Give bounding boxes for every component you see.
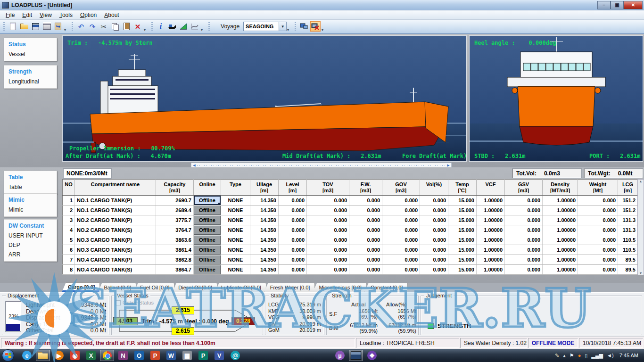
powerpoint-icon[interactable]: P bbox=[148, 350, 162, 361]
redo-button[interactable]: ↷ bbox=[87, 21, 98, 32]
media-player-icon[interactable]: ▶ bbox=[52, 350, 66, 361]
avast-icon[interactable]: ● bbox=[578, 353, 581, 358]
tab-fuel[interactable]: Fuel Oil [0.0] bbox=[134, 283, 174, 292]
table-row[interactable]: 5NO.3 CARGO TANK(P)3863.6OfflineNONE14.3… bbox=[63, 235, 638, 245]
tab-cargo[interactable]: Cargo [0.0] bbox=[62, 282, 100, 292]
menu-item-file[interactable]: File bbox=[2, 11, 18, 19]
volume-icon[interactable]: ◄) bbox=[607, 353, 614, 358]
online-toggle-button[interactable]: Offline bbox=[194, 206, 221, 215]
paste-button[interactable] bbox=[121, 21, 132, 32]
online-toggle-button[interactable]: Offline bbox=[194, 245, 221, 255]
ship-condition-button[interactable] bbox=[167, 21, 177, 32]
online-toggle-button[interactable]: Offline bbox=[194, 235, 221, 245]
column-header-online[interactable]: Online bbox=[194, 180, 221, 196]
column-header-density[interactable]: Density[MT/m3] bbox=[543, 180, 578, 196]
column-header-lcg[interactable]: LCG[m] bbox=[618, 180, 638, 196]
column-header-gov[interactable]: GOV[m3] bbox=[382, 180, 420, 196]
scroll-up-icon[interactable]: ▲ bbox=[639, 180, 643, 183]
save-button[interactable] bbox=[30, 21, 41, 32]
tab-constant[interactable]: Constant [0.0] bbox=[364, 283, 408, 292]
app-teal-icon[interactable]: @ bbox=[228, 350, 242, 361]
strength-chart-button[interactable] bbox=[178, 21, 189, 32]
exit-button[interactable]: ↪ bbox=[53, 21, 63, 32]
online-toggle-button[interactable]: Offline bbox=[194, 215, 221, 225]
table-row[interactable]: 1NO.1 CARGO TANK(P)2690.7OfflineNONE14.3… bbox=[63, 196, 638, 206]
app-purple-icon[interactable]: ❖ bbox=[365, 350, 379, 361]
tablet-input-icon[interactable]: ✎ bbox=[555, 353, 559, 358]
nav-item-arr[interactable]: ARR bbox=[4, 250, 57, 259]
table-row[interactable]: 2NO.1 CARGO TANK(S)2689.4OfflineNONE14.3… bbox=[63, 206, 638, 215]
menu-item-view[interactable]: View bbox=[36, 11, 56, 19]
start-button[interactable] bbox=[2, 349, 14, 362]
table-row[interactable]: 4NO.2 CARGO TANK(S)3764.7OfflineNONE14.3… bbox=[63, 225, 638, 235]
column-header-vcf[interactable]: VCF bbox=[477, 180, 505, 196]
tab-fresh[interactable]: Fresh Water [0.0] bbox=[264, 283, 315, 292]
maximize-button[interactable]: ▣ bbox=[611, 1, 624, 9]
visio-icon[interactable]: V bbox=[212, 350, 226, 361]
outlook-icon[interactable]: O bbox=[132, 350, 146, 361]
curve-chart-button[interactable] bbox=[190, 21, 200, 32]
network-icon[interactable]: ▂▄▆ bbox=[591, 353, 603, 358]
column-header-weight[interactable]: Weight[Mt] bbox=[578, 180, 618, 196]
undo-button[interactable]: ↶ bbox=[76, 21, 86, 32]
utorrent-icon[interactable]: µ bbox=[333, 350, 347, 361]
online-toggle-button[interactable]: Offline bbox=[194, 225, 221, 235]
excel-icon[interactable]: X bbox=[84, 350, 98, 361]
chevron-down-icon[interactable]: ▼ bbox=[279, 22, 286, 31]
action-center-flag-icon[interactable]: ⚑ bbox=[570, 353, 574, 358]
chrome-icon[interactable] bbox=[100, 350, 114, 361]
menu-item-option[interactable]: Option bbox=[76, 11, 100, 19]
nav-item-user-input[interactable]: USER INPUT bbox=[4, 231, 57, 240]
publisher-icon[interactable]: P bbox=[196, 350, 210, 361]
nav-item-dep[interactable]: DEP bbox=[4, 240, 57, 250]
column-header-level[interactable]: Level[m] bbox=[279, 180, 307, 196]
table-row[interactable]: 8NO.4 CARGO TANK(S)3864.7OfflineNONE14.3… bbox=[63, 265, 638, 275]
toolbar-overflow-icon[interactable]: ▾ bbox=[287, 28, 289, 32]
online-toggle-button[interactable]: Offline bbox=[194, 265, 221, 275]
clock[interactable]: 7:45 AM bbox=[619, 353, 638, 358]
menu-item-tools[interactable]: Tools bbox=[56, 11, 76, 19]
menu-item-about[interactable]: About bbox=[100, 11, 123, 19]
clipboard-tray-icon[interactable]: ▯ bbox=[585, 353, 587, 358]
onenote-icon[interactable]: N bbox=[116, 350, 130, 361]
minimize-button[interactable]: – bbox=[597, 1, 611, 9]
print-button[interactable] bbox=[41, 21, 52, 32]
column-header-f-w-[interactable]: F.W.[m3] bbox=[349, 180, 382, 196]
table-row[interactable]: 3NO.2 CARGO TANK(P)3775.7OfflineNONE14.3… bbox=[63, 215, 638, 225]
nav-item-mimic[interactable]: Mimic bbox=[4, 205, 57, 214]
toolbar-overflow-icon[interactable]: ▾ bbox=[201, 28, 203, 32]
nav-item-vessel[interactable]: Vessel bbox=[4, 49, 57, 59]
offline-mode-button[interactable] bbox=[310, 21, 321, 32]
nav-item-table[interactable]: Table bbox=[4, 182, 57, 192]
chevron-up-icon[interactable]: ▴ bbox=[563, 353, 566, 358]
loadplus-taskbar-icon[interactable] bbox=[349, 350, 363, 361]
cut-button[interactable]: ✂ bbox=[99, 21, 109, 32]
column-header-no[interactable]: NO bbox=[63, 180, 75, 196]
internet-explorer-icon[interactable]: e bbox=[20, 350, 34, 361]
column-header-vol-[interactable]: Vol(%) bbox=[420, 180, 448, 196]
menu-item-edit[interactable]: Edit bbox=[18, 11, 36, 19]
scroll-down-icon[interactable]: ▼ bbox=[639, 272, 643, 275]
column-header-tov[interactable]: TOV[m3] bbox=[307, 180, 349, 196]
table-row[interactable]: 7NO.4 CARGO TANK(P)3862.8OfflineNONE14.3… bbox=[63, 255, 638, 265]
close-button[interactable]: ✕ bbox=[624, 1, 643, 9]
voyage-select[interactable]: SEAGOING ▼ bbox=[243, 22, 287, 31]
info-button[interactable]: i bbox=[156, 21, 166, 32]
file-explorer-icon[interactable] bbox=[36, 350, 50, 361]
tab-lublicate[interactable]: Lublicate Oil [0.0] bbox=[215, 283, 266, 292]
column-header-gsv[interactable]: GSV[m3] bbox=[505, 180, 543, 196]
column-header-type[interactable]: Type bbox=[221, 180, 250, 196]
tab-miscellenious[interactable]: Miscellenious [0.0] bbox=[313, 283, 367, 292]
column-header-compartment-name[interactable]: Compartment name bbox=[75, 180, 156, 196]
new-file-button[interactable] bbox=[8, 21, 18, 32]
copy-button[interactable] bbox=[110, 21, 120, 32]
calculator-icon[interactable]: ▦ bbox=[180, 350, 194, 361]
table-row[interactable]: 6NO.3 CARGO TANK(S)3861.4OfflineNONE14.3… bbox=[63, 245, 638, 255]
toolbar-overflow-icon[interactable]: ▾ bbox=[64, 28, 66, 32]
online-toggle-button[interactable]: Offline bbox=[194, 196, 221, 206]
delete-button[interactable]: ✕ bbox=[132, 21, 143, 32]
tab-ballast[interactable]: Ballast [0.0] bbox=[98, 283, 136, 292]
tab-diesel[interactable]: Diesel Oil [0.0] bbox=[172, 283, 217, 292]
toolbar-overflow-icon[interactable]: ▾ bbox=[144, 28, 146, 32]
app-red-icon[interactable]: ◉ bbox=[68, 350, 82, 361]
